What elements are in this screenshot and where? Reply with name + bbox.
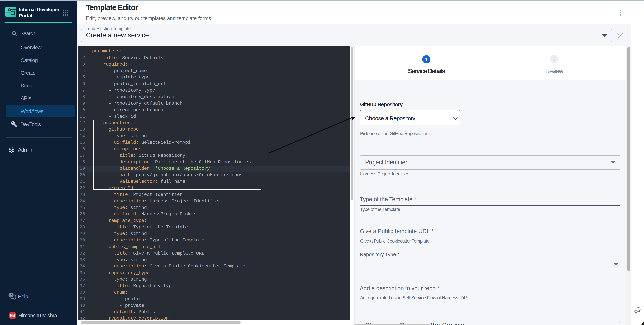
- svg-text:?: ?: [10, 293, 12, 297]
